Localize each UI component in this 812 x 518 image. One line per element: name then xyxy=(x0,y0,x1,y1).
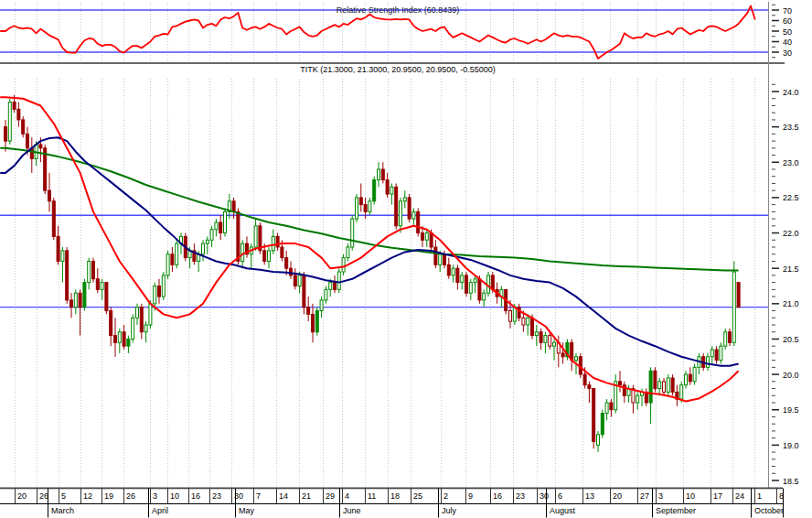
weekly-gridlines xyxy=(16,3,755,488)
svg-text:6: 6 xyxy=(558,491,562,501)
charting-app-window: 706050403024.023.523.022.522.021.521.020… xyxy=(0,0,812,518)
svg-text:17: 17 xyxy=(713,491,722,501)
svg-text:3: 3 xyxy=(658,491,663,501)
svg-text:40: 40 xyxy=(783,38,792,47)
svg-text:18: 18 xyxy=(390,491,400,501)
candlesticks xyxy=(5,95,741,452)
svg-text:27: 27 xyxy=(640,491,649,501)
svg-text:19.0: 19.0 xyxy=(783,441,799,450)
svg-text:11: 11 xyxy=(368,491,376,501)
svg-text:9: 9 xyxy=(468,491,473,501)
svg-text:20.0: 20.0 xyxy=(783,371,799,380)
svg-text:12: 12 xyxy=(83,491,92,501)
svg-text:29: 29 xyxy=(326,491,335,501)
svg-text:2: 2 xyxy=(443,491,448,501)
svg-text:19: 19 xyxy=(104,491,113,501)
svg-text:25: 25 xyxy=(413,491,422,501)
svg-text:April: April xyxy=(152,506,168,515)
svg-text:21.5: 21.5 xyxy=(783,264,799,274)
date-axis: 2026512192631016233071421294111825291623… xyxy=(0,488,784,518)
rsi-right-axis: 7060504030 xyxy=(772,5,792,58)
svg-text:23.0: 23.0 xyxy=(783,158,799,167)
svg-text:16: 16 xyxy=(191,491,200,501)
svg-text:26: 26 xyxy=(39,491,48,501)
svg-text:1: 1 xyxy=(757,491,762,501)
svg-text:19.5: 19.5 xyxy=(783,405,799,415)
svg-text:21.0: 21.0 xyxy=(783,299,799,308)
svg-text:20: 20 xyxy=(613,491,622,501)
svg-text:14: 14 xyxy=(279,491,288,501)
svg-text:22.5: 22.5 xyxy=(783,193,799,202)
price-right-axis: 24.023.523.022.522.021.521.020.520.019.5… xyxy=(772,84,799,485)
svg-text:3: 3 xyxy=(153,491,157,501)
svg-text:24.0: 24.0 xyxy=(783,88,799,97)
svg-text:20: 20 xyxy=(17,491,27,501)
rsi-line xyxy=(0,5,755,59)
svg-text:50: 50 xyxy=(783,27,792,37)
svg-text:23.5: 23.5 xyxy=(783,123,799,132)
svg-text:August: August xyxy=(550,506,576,515)
ma-fast-red xyxy=(0,97,738,401)
svg-text:13: 13 xyxy=(585,491,594,501)
svg-text:26: 26 xyxy=(126,491,135,501)
svg-text:5: 5 xyxy=(61,491,66,501)
svg-text:70: 70 xyxy=(783,6,792,16)
svg-text:June: June xyxy=(343,506,361,515)
svg-text:7: 7 xyxy=(256,491,261,501)
svg-text:20.5: 20.5 xyxy=(783,335,799,344)
svg-text:10: 10 xyxy=(170,491,179,501)
svg-text:October: October xyxy=(754,506,784,515)
svg-text:10: 10 xyxy=(686,491,695,501)
svg-text:September: September xyxy=(656,506,696,515)
svg-text:July: July xyxy=(442,506,457,515)
svg-text:21: 21 xyxy=(302,491,311,501)
stock-chart-canvas: 706050403024.023.523.022.522.021.521.020… xyxy=(0,0,812,518)
panel-frame xyxy=(0,2,785,488)
svg-text:18.5: 18.5 xyxy=(783,477,799,486)
svg-text:8: 8 xyxy=(779,491,784,501)
svg-text:May: May xyxy=(239,506,255,515)
svg-text:4: 4 xyxy=(345,491,349,501)
svg-text:60: 60 xyxy=(783,16,792,26)
svg-text:March: March xyxy=(51,506,74,515)
svg-text:30: 30 xyxy=(540,491,549,501)
svg-text:16: 16 xyxy=(493,491,502,501)
svg-text:24: 24 xyxy=(735,491,744,501)
svg-text:22.0: 22.0 xyxy=(783,229,799,238)
svg-text:30: 30 xyxy=(783,49,792,58)
svg-text:23: 23 xyxy=(212,491,221,501)
svg-text:23: 23 xyxy=(516,491,525,501)
